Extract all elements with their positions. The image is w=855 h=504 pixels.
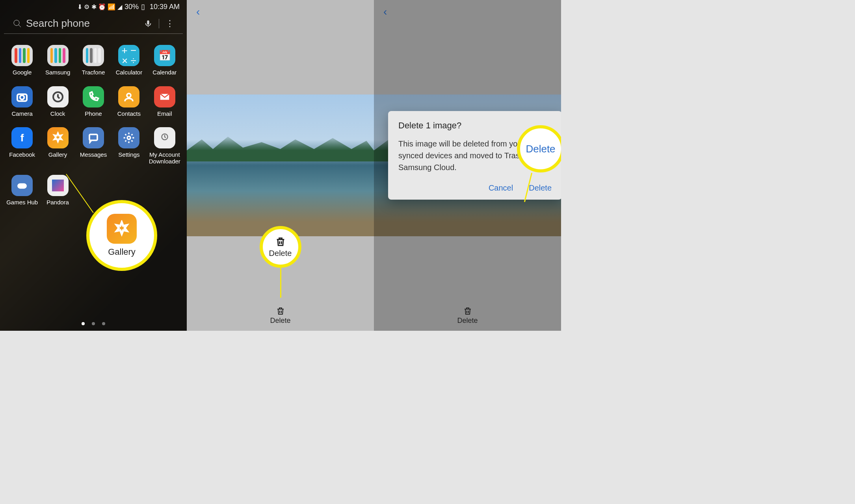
app-label: Messages: [80, 152, 107, 158]
photo-preview[interactable]: [187, 94, 374, 236]
page-indicator: [0, 322, 187, 325]
more-icon[interactable]: ⋮: [165, 19, 174, 29]
svg-line-1: [19, 25, 21, 27]
app-samsung[interactable]: Samsung: [41, 45, 74, 76]
app-label: Contacts: [117, 111, 141, 117]
svg-rect-2: [147, 20, 149, 24]
svg-point-4: [20, 95, 24, 100]
app-contacts[interactable]: Contacts: [112, 86, 145, 117]
app-gameshub[interactable]: Games Hub: [6, 175, 39, 206]
delete-label: Delete: [457, 317, 478, 325]
app-settings[interactable]: Settings: [112, 127, 145, 165]
app-label: Phone: [85, 111, 102, 117]
svg-rect-10: [18, 183, 27, 189]
app-label: Gallery: [48, 152, 67, 158]
app-messages[interactable]: Messages: [77, 127, 110, 165]
highlight-label: Gallery: [108, 247, 136, 257]
app-phone[interactable]: Phone: [77, 86, 110, 117]
gallery-icon: [107, 214, 137, 244]
app-label: Settings: [118, 152, 139, 158]
app-label: Samsung: [45, 69, 70, 76]
app-label: Calendar: [152, 69, 177, 76]
app-grid: Google Samsung Tracfone + −× ÷Calculator…: [0, 34, 187, 206]
trash-icon: [276, 306, 285, 316]
app-calendar[interactable]: 📅Calendar: [148, 45, 181, 76]
app-myaccount[interactable]: My Account Downloader: [148, 127, 181, 165]
back-icon[interactable]: ‹: [196, 6, 200, 18]
svg-point-6: [127, 93, 131, 97]
highlight-connector: [280, 268, 281, 298]
delete-action[interactable]: Delete: [187, 300, 374, 331]
status-time: 10:39 AM: [150, 3, 180, 11]
separator: [159, 19, 159, 28]
search-bar[interactable]: Search phone ⋮: [4, 13, 183, 34]
panel-app-drawer: ⬇ ⚙ ✱ ⏰ 📶 ◢ 30% ▯ 10:39 AM Search phone …: [0, 0, 187, 331]
svg-point-0: [14, 20, 19, 26]
app-gallery[interactable]: Gallery: [41, 127, 74, 165]
highlight-label: Delete: [526, 143, 555, 155]
search-icon: [13, 19, 22, 28]
app-label: Tracfone: [82, 69, 105, 76]
app-label: Email: [157, 111, 172, 117]
cancel-button[interactable]: Cancel: [489, 183, 513, 193]
highlight-gallery: Gallery: [86, 200, 157, 271]
mic-icon[interactable]: [144, 19, 152, 28]
app-label: Google: [13, 69, 32, 76]
app-label: Facebook: [9, 152, 35, 158]
highlight-delete-confirm: Delete: [517, 125, 561, 172]
delete-label: Delete: [270, 317, 290, 325]
app-calculator[interactable]: + −× ÷Calculator: [112, 45, 145, 76]
app-camera[interactable]: Camera: [6, 86, 39, 117]
app-label: Calculator: [116, 69, 143, 76]
app-email[interactable]: Email: [148, 86, 181, 117]
panel-gallery-view: ‹ Delete Delete: [187, 0, 374, 331]
trash-icon: [463, 306, 472, 316]
search-placeholder: Search phone: [26, 17, 144, 30]
app-label: Games Hub: [6, 199, 38, 206]
panel-delete-dialog: ‹ Delete 1 image? This image will be del…: [374, 0, 561, 331]
app-google[interactable]: Google: [6, 45, 39, 76]
app-label: Clock: [50, 111, 65, 117]
highlight-delete: Delete: [260, 226, 301, 268]
highlight-label: Delete: [269, 249, 292, 258]
app-tracfone[interactable]: Tracfone: [77, 45, 110, 76]
svg-point-8: [127, 136, 130, 139]
svg-rect-7: [89, 134, 97, 140]
app-label: Camera: [12, 111, 33, 117]
battery-icon: ▯: [141, 2, 145, 11]
delete-action[interactable]: Delete: [374, 300, 561, 331]
status-bar: ⬇ ⚙ ✱ ⏰ 📶 ◢ 30% ▯ 10:39 AM: [0, 0, 187, 13]
status-icons: ⬇ ⚙ ✱ ⏰ 📶 ◢: [77, 3, 122, 11]
battery-percent: 30%: [125, 3, 139, 11]
app-clock[interactable]: Clock: [41, 86, 74, 117]
app-facebook[interactable]: fFacebook: [6, 127, 39, 165]
delete-button[interactable]: Delete: [529, 183, 552, 193]
trash-icon: [275, 236, 286, 247]
app-label: My Account Downloader: [148, 152, 181, 165]
app-label: Pandora: [46, 199, 69, 206]
